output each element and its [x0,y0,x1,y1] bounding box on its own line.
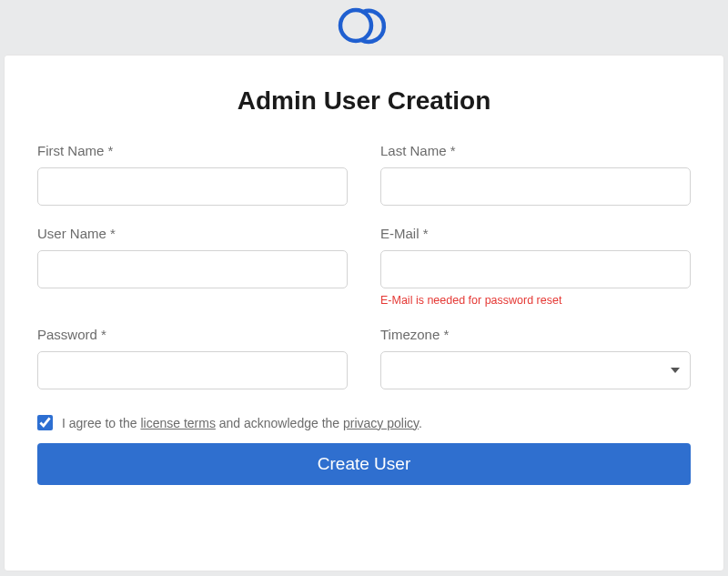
email-input[interactable] [380,250,691,288]
svg-point-0 [340,10,371,41]
logo-icon [336,0,392,51]
password-field: Password * [37,327,348,389]
last-name-label: Last Name * [380,143,691,158]
consent-text-middle: and acknowledge the [216,416,343,430]
timezone-field: Timezone * [380,327,691,389]
consent-text-prefix: I agree to the [62,416,140,430]
consent-row: I agree to the license terms and acknowl… [37,415,691,430]
consent-checkbox[interactable] [37,415,53,430]
consent-text: I agree to the license terms and acknowl… [62,416,422,430]
user-name-label: User Name * [37,226,348,241]
timezone-select[interactable] [380,351,691,389]
privacy-policy-link[interactable]: privacy policy [343,416,419,430]
first-name-field: First Name * [37,143,348,206]
page-title: Admin User Creation [37,86,691,116]
form-card: Admin User Creation First Name * Last Na… [4,55,724,571]
email-field: E-Mail * E-Mail is needed for password r… [380,226,691,307]
create-user-button[interactable]: Create User [37,443,691,485]
license-terms-link[interactable]: license terms [140,416,215,430]
timezone-select-wrapper [380,351,691,389]
user-name-input[interactable] [37,250,348,288]
logo-area [0,0,728,55]
user-name-field: User Name * [37,226,348,307]
last-name-field: Last Name * [380,143,691,206]
email-hint: E-Mail is needed for password reset [380,294,691,307]
password-label: Password * [37,327,348,342]
password-input[interactable] [37,351,348,389]
first-name-label: First Name * [37,143,348,158]
email-label: E-Mail * [380,226,691,241]
first-name-input[interactable] [37,167,348,206]
form-grid: First Name * Last Name * User Name * E-M… [37,143,691,409]
consent-text-suffix: . [419,416,422,430]
last-name-input[interactable] [380,167,691,206]
timezone-label: Timezone * [380,327,691,342]
